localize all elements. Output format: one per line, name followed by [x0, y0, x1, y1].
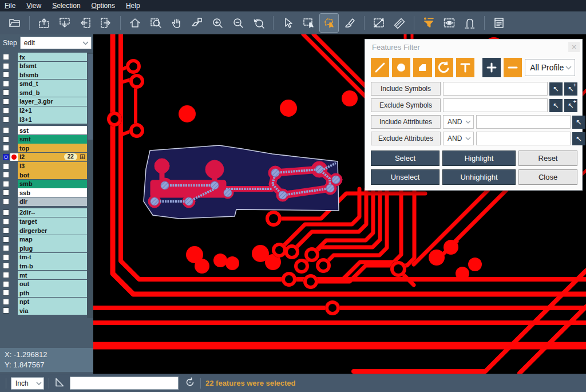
unselect-button[interactable]: Unselect	[371, 169, 440, 185]
filter-line-button[interactable]	[371, 58, 389, 77]
layer-checkbox[interactable]	[3, 227, 9, 233]
clean-brush-button[interactable]	[340, 14, 359, 32]
layer-row-plug[interactable]: plug	[0, 244, 87, 252]
layer-row-top[interactable]: top	[0, 144, 87, 152]
exclude-symbols-button[interactable]: Exclude Symbols	[371, 98, 441, 112]
layer-checkbox[interactable]	[3, 145, 9, 151]
filter-remove-button[interactable]	[504, 58, 522, 77]
layer-checkbox[interactable]	[3, 172, 9, 178]
menu-options[interactable]: Options	[87, 1, 121, 11]
grid-icon[interactable]: ⊞	[80, 153, 85, 160]
filter-arc-button[interactable]	[435, 58, 453, 77]
layer-row-2dir--[interactable]: 2dir--	[0, 208, 87, 217]
net-highlight-button[interactable]	[461, 14, 479, 32]
zoom-window-button[interactable]	[146, 14, 165, 32]
layer-row-smd_b[interactable]: smd_b	[0, 88, 87, 97]
layer-checkbox[interactable]	[3, 81, 9, 87]
layer-checkbox[interactable]	[3, 209, 9, 216]
layer-row-npt[interactable]: npt	[0, 298, 87, 306]
layer-checkbox[interactable]	[3, 263, 9, 269]
close-button[interactable]: Close	[518, 169, 577, 185]
layer-checkbox[interactable]	[3, 136, 9, 142]
highlight-button[interactable]: Highlight	[442, 151, 516, 166]
layer-row-mt[interactable]: mt	[0, 271, 87, 279]
layer-row-bfsmb[interactable]: bfsmb	[0, 70, 87, 79]
measure-distance-button[interactable]	[370, 14, 388, 32]
rectangle-select-button[interactable]	[299, 14, 318, 32]
include-attributes-button[interactable]: Include Attributes	[371, 115, 441, 129]
layer-checkbox[interactable]	[3, 219, 9, 225]
zoom-object-button[interactable]	[188, 14, 206, 32]
layer-row-map[interactable]: map	[0, 235, 87, 244]
close-icon[interactable]: ✕	[568, 42, 580, 52]
filter-text-button[interactable]	[456, 58, 474, 77]
layer-checkbox[interactable]	[3, 281, 9, 287]
layer-checkbox[interactable]	[3, 116, 9, 122]
menu-file[interactable]: File	[0, 1, 22, 11]
layer-row-tm-t[interactable]: tm-t	[0, 253, 87, 262]
refresh-icon[interactable]	[184, 377, 196, 390]
filter-add-button[interactable]	[482, 58, 501, 77]
layer-row-sst[interactable]: sst	[0, 126, 87, 134]
pan-hand-button[interactable]	[167, 14, 185, 32]
layer-row-target[interactable]: target	[0, 217, 87, 226]
pick-arrow-button[interactable]: ↖	[572, 116, 585, 129]
layer-checkbox[interactable]	[3, 299, 9, 305]
operator-select[interactable]: AND	[443, 132, 474, 145]
layer-row-l2[interactable]: l222⊞	[0, 153, 87, 161]
layer-row-dir[interactable]: dir	[0, 197, 87, 206]
layer-checkbox[interactable]	[3, 98, 9, 105]
layer-checkbox[interactable]	[3, 72, 9, 78]
command-input[interactable]	[70, 377, 179, 390]
layer-row-smb[interactable]: smb	[0, 180, 87, 188]
layer-checkbox[interactable]	[3, 199, 9, 205]
unhighlight-button[interactable]: Unhighlight	[442, 169, 516, 185]
pick-arrow-button[interactable]: ↖	[549, 82, 563, 96]
layer-row-layer_3.gbr[interactable]: layer_3.gbr	[0, 97, 87, 106]
layer-row-smt[interactable]: smt	[0, 135, 87, 144]
layer-row-ssb[interactable]: ssb	[0, 188, 87, 197]
select-pointer-button[interactable]	[279, 14, 297, 32]
layer-row-l3+1[interactable]: l3+1	[0, 115, 87, 124]
features-filter-button[interactable]	[419, 14, 438, 32]
shift-down-button[interactable]	[56, 14, 74, 32]
shift-up-button[interactable]	[35, 14, 53, 32]
profile-select[interactable]: All Profile	[525, 59, 575, 76]
exclude-attributes-button[interactable]: Exclude Attributes	[371, 132, 441, 145]
layer-checkbox[interactable]	[3, 272, 9, 278]
step-select[interactable]: edit	[20, 37, 92, 49]
pick-arrow-add-button[interactable]: ↖+	[564, 99, 577, 112]
filter-pad-button[interactable]	[392, 58, 410, 77]
select-button[interactable]: Select	[371, 151, 440, 166]
layer-row-l2+1[interactable]: l2+1	[0, 106, 87, 115]
selection-region[interactable]	[144, 145, 342, 219]
layer-row-pth[interactable]: pth	[0, 288, 87, 297]
layer-checkbox[interactable]	[3, 307, 9, 314]
layer-row-tm-b[interactable]: tm-b	[0, 262, 87, 270]
menu-selection[interactable]: Selection	[47, 1, 86, 11]
ruler-button[interactable]	[390, 14, 409, 32]
home-view-button[interactable]	[126, 14, 144, 32]
layer-checkbox[interactable]	[3, 108, 9, 114]
zoom-in-button[interactable]	[208, 14, 227, 32]
menu-help[interactable]: Help	[121, 1, 146, 11]
report-button[interactable]	[490, 14, 508, 32]
open-button[interactable]	[6, 14, 24, 32]
exclude-symbols-input[interactable]	[443, 98, 548, 112]
layer-checkbox[interactable]	[3, 245, 9, 251]
layer-row-l3[interactable]: l3	[0, 162, 87, 171]
layer-checkbox[interactable]	[3, 181, 9, 187]
include-symbols-input[interactable]	[443, 82, 548, 96]
zoom-previous-button[interactable]	[250, 14, 268, 32]
include-attributes-input[interactable]	[476, 115, 571, 129]
layer-checkbox[interactable]	[3, 163, 9, 169]
layer-checkbox[interactable]	[3, 189, 9, 196]
filter-surface-button[interactable]	[413, 58, 431, 77]
unit-select[interactable]: Inch	[11, 377, 44, 390]
pick-arrow-button[interactable]: ↖	[572, 132, 585, 145]
layer-checkbox[interactable]	[3, 254, 9, 260]
layer-checkbox[interactable]	[3, 127, 9, 133]
layer-checkbox[interactable]	[3, 54, 9, 60]
layer-row-out[interactable]: out	[0, 280, 87, 288]
layer-scrollbar[interactable]	[87, 53, 93, 318]
